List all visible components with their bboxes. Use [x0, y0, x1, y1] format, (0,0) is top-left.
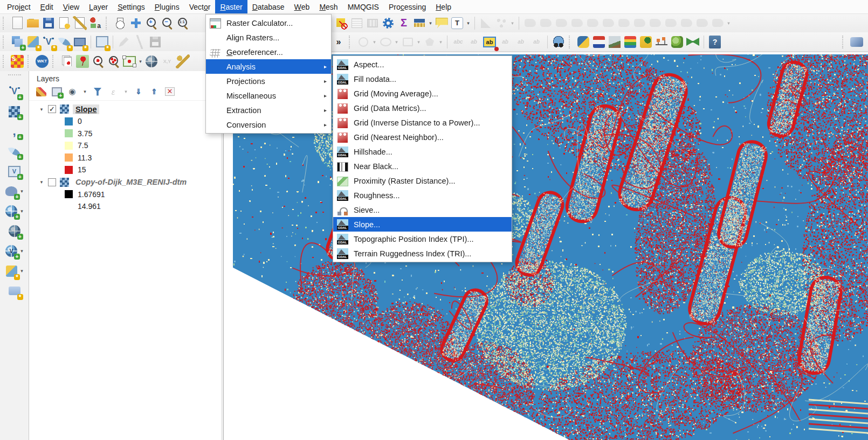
wkt-tools-button[interactable]: WKT [35, 54, 49, 68]
menu-item-grid-nearest-neighbor[interactable]: Grid (Nearest Neighbor)... [333, 130, 512, 144]
menu-item-miscellaneous[interactable]: Miscellaneous ▸ [206, 88, 331, 103]
layout-manager-button[interactable] [73, 16, 87, 30]
new-geopackage-layer-button[interactable] [26, 35, 40, 49]
add-wms-layer-button[interactable] [4, 204, 18, 218]
menu-item-fill-nodata[interactable]: GDAL Fill nodata... [333, 72, 512, 86]
zoom-native-button[interactable]: 1:1 [176, 16, 190, 30]
expander-icon[interactable]: ▾ [38, 179, 45, 185]
sld4raster-button[interactable]: S [10, 54, 24, 68]
annotation-dropdown-icon[interactable]: ▾ [466, 20, 471, 26]
layer-name[interactable]: Slope [73, 104, 99, 114]
menu-item-analysis[interactable]: Analysis ▸ [206, 59, 331, 74]
manage-map-themes-icon[interactable]: ◉ [67, 86, 78, 97]
toolbar-handle[interactable] [52, 55, 57, 68]
postgis-dropdown-icon[interactable]: ▾ [19, 188, 24, 194]
multi-zoom-to-coordinates-button[interactable] [107, 54, 121, 68]
mesh-dropdown-icon[interactable]: ▾ [19, 268, 24, 274]
expand-all-icon[interactable]: ⇓ [133, 86, 144, 97]
menu-mesh[interactable]: Mesh [314, 0, 342, 13]
add-wcs-layer-button[interactable] [8, 224, 22, 238]
layer-row-slope[interactable]: ▾ ✓ Slope [29, 103, 221, 115]
profile-tool-button[interactable] [655, 35, 669, 49]
latlon-settings-button[interactable] [176, 54, 190, 68]
collapse-all-icon[interactable]: ⇑ [149, 86, 160, 97]
menu-web[interactable]: Web [290, 0, 315, 13]
menu-edit[interactable]: Edit [36, 0, 58, 13]
menu-layer[interactable]: Layer [84, 0, 113, 13]
menu-processing[interactable]: Processing [384, 0, 431, 13]
map-tips-button[interactable] [435, 16, 449, 30]
menu-item-tpi[interactable]: GDAL Topographic Position Index (TPI)... [333, 232, 512, 246]
add-wfs-layer-button[interactable]: V [4, 244, 18, 258]
menu-item-projections[interactable]: Projections ▸ [206, 74, 331, 88]
menu-plugins[interactable]: Plugins [150, 0, 184, 13]
menu-item-proximity[interactable]: Proximity (Raster Distance)... [333, 173, 512, 188]
toolbar-handle[interactable] [842, 36, 846, 48]
toolbar-handle[interactable] [106, 17, 110, 30]
pan-to-selection-button[interactable] [129, 16, 143, 30]
qgis2threejs-button[interactable] [670, 35, 684, 49]
measure-dropdown-icon[interactable]: ▾ [428, 20, 433, 26]
help-button[interactable]: ? [708, 35, 722, 49]
add-postgis-layer-button[interactable] [4, 184, 18, 198]
toolbar-handle[interactable] [3, 17, 7, 30]
menu-item-grid-moving-average[interactable]: Grid (Moving Average)... [333, 86, 512, 101]
toolbar-handle[interactable] [3, 55, 7, 68]
wms-dropdown-icon[interactable]: ▾ [19, 208, 24, 214]
menu-item-raster-calculator[interactable]: Raster Calculator... [206, 16, 331, 30]
toolbar-handle[interactable] [349, 36, 353, 48]
toolbar-handle[interactable] [569, 36, 573, 48]
layer-row-dtm[interactable]: ▾ Copy-of-Dijk_M3E_RENIJ-dtm [29, 176, 221, 188]
open-project-button[interactable] [26, 16, 40, 30]
remove-layer-icon[interactable]: ✕ [165, 87, 175, 96]
layer-checkbox-checked[interactable]: ✓ [48, 105, 56, 113]
menu-item-grid-inverse-distance[interactable]: Grid (Inverse Distance to a Power)... [333, 115, 512, 130]
filter-legend-icon[interactable] [94, 88, 102, 96]
menu-help[interactable]: Help [431, 0, 456, 13]
pan-map-button[interactable] [113, 16, 127, 30]
extent-dropdown-icon[interactable]: ▾ [138, 59, 143, 64]
menu-item-extraction[interactable]: Extraction ▸ [206, 103, 331, 117]
menu-item-roughness[interactable]: GDAL Roughness... [333, 188, 512, 202]
menu-view[interactable]: View [58, 0, 84, 13]
copy-coordinates-button[interactable] [60, 54, 74, 68]
menu-item-hillshade[interactable]: GDAL Hillshade... [333, 144, 512, 159]
menu-database[interactable]: Database [247, 0, 290, 13]
measure-line-button[interactable] [412, 16, 426, 30]
layer-checkbox-unchecked[interactable] [48, 178, 56, 186]
lidar-tool-button[interactable] [608, 35, 622, 49]
mmqgis-button[interactable] [623, 35, 637, 49]
toolbar-handle[interactable] [27, 55, 32, 68]
plugin-builder-button[interactable] [639, 35, 653, 49]
processing-toolbox-button[interactable] [381, 16, 395, 30]
wfs-dropdown-icon[interactable]: ▾ [19, 248, 24, 254]
zoom-in-button[interactable]: + [144, 16, 159, 30]
pdok-services-button[interactable] [592, 35, 606, 49]
menu-item-sieve[interactable]: Sieve... [333, 202, 512, 217]
toolbar-overflow-button[interactable]: » [332, 35, 346, 49]
menu-raster[interactable]: Raster [215, 0, 247, 13]
highlight-pinned-labels-button[interactable]: ab [483, 35, 497, 49]
add-delimited-text-layer-button[interactable]: , [8, 124, 22, 138]
style-manager-button[interactable]: a [88, 16, 102, 30]
add-group-icon[interactable] [51, 86, 62, 97]
menu-item-georeferencer[interactable]: Georeferencer... [206, 45, 331, 59]
menu-item-slope[interactable]: GDAL Slope... [333, 217, 512, 232]
zoom-out-button[interactable]: − [160, 16, 174, 30]
data-source-manager-button[interactable] [10, 35, 24, 49]
model-designer-button[interactable] [686, 35, 700, 49]
gps-tools-button[interactable] [8, 284, 22, 298]
menu-settings[interactable]: Settings [113, 0, 150, 13]
themes-dropdown-icon[interactable]: ▾ [82, 89, 87, 94]
add-raster-layer-button[interactable] [8, 104, 22, 118]
add-spatialite-layer-button[interactable] [8, 144, 22, 158]
menu-vector[interactable]: Vector [184, 0, 216, 13]
new-virtual-layer-button[interactable] [95, 35, 109, 49]
menu-item-near-black[interactable]: Near Black... [333, 159, 512, 173]
deselect-features-button[interactable] [334, 16, 348, 30]
osm-place-search-button[interactable] [552, 35, 566, 49]
new-spatialite-layer-button[interactable] [57, 35, 71, 49]
conversions-button[interactable] [144, 54, 159, 68]
gps-information-button[interactable] [850, 35, 864, 49]
python-console-button[interactable] [576, 35, 590, 49]
